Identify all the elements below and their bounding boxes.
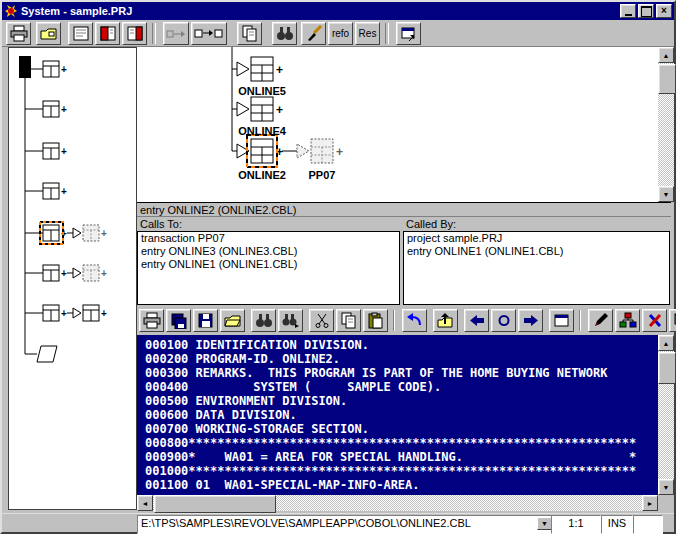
diagram-node-online2-icon [251,139,273,163]
open-project-button[interactable] [36,22,61,45]
minimize-button[interactable] [620,4,636,18]
svg-text:+: + [101,228,107,239]
toolbar-separator [393,310,395,331]
list-item[interactable]: entry ONLINE1 (ONLINE1.CBL) [404,245,669,258]
scroll-right-button[interactable]: ► [642,495,658,511]
list-item[interactable]: project sample.PRJ [404,232,669,245]
toolbar-separator [152,23,156,44]
project-tree-panel[interactable]: + + + + + + + + + + [8,47,137,510]
undo-arrow-icon [406,312,424,329]
close-button[interactable]: × [656,4,672,18]
svg-text:+: + [61,186,67,197]
brush-button[interactable] [301,22,326,45]
editor-hscrollbar[interactable]: ◄ ► [137,495,658,511]
properties-button[interactable] [549,309,574,332]
folder-icon [40,25,58,42]
scroll-up-button[interactable]: ▲ [658,47,674,63]
tree-node-external-icon [83,225,99,241]
save-all-button[interactable] [166,309,191,332]
split-view-left-button[interactable] [95,22,120,45]
cursor-position-indicator: 1:1 [551,515,601,534]
diagram-node-label[interactable]: ONLINE5 [224,85,300,97]
svg-text:+: + [101,268,107,279]
list-item[interactable]: transaction PP07 [138,232,399,245]
insert-mode-indicator: INS [601,515,633,534]
scroll-thumb[interactable] [154,495,276,513]
boxes-arrows-icon [194,25,224,42]
list-item[interactable]: entry ONLINE3 (ONLINE3.CBL) [138,245,399,258]
scroll-thumb[interactable] [658,64,676,94]
code-line: 000900* WA01 = AREA FOR SPECIAL HANDLING… [145,450,659,464]
brush-icon [305,25,323,42]
paste-button[interactable] [363,309,388,332]
close-icon: × [661,6,667,16]
document-red-right-icon [126,25,144,42]
tree-node-icon [43,61,59,77]
combo-dropdown-button[interactable]: ▼ [537,517,552,530]
pen-icon [592,312,610,329]
right-arrow-icon [522,312,540,329]
scroll-down-button[interactable]: ▼ [658,479,674,495]
undo-button[interactable] [402,309,427,332]
binoculars-next-icon [282,312,300,329]
editor-open-button[interactable] [220,309,245,332]
scroll-down-button[interactable]: ▼ [658,186,674,202]
editor-copy-button[interactable] [336,309,361,332]
monitor-button[interactable] [669,309,676,332]
scroll-thumb[interactable] [658,352,676,384]
maximize-button[interactable] [638,4,654,18]
diagram-node-label[interactable]: PP07 [284,169,360,181]
back-button[interactable] [464,309,489,332]
window-icon [553,312,571,329]
copy-button[interactable] [237,22,262,45]
close-view-button[interactable] [642,309,667,332]
chevron-down-icon: ▼ [541,520,548,527]
diagram-vscrollbar[interactable]: ▲ ▼ [658,47,674,202]
forward-button[interactable] [518,309,543,332]
resources-button[interactable]: Res [355,22,380,45]
code-line: 000200 PROGRAM-ID. ONLINE2. [145,352,659,366]
go-up-button[interactable] [433,309,458,332]
cut-button[interactable] [309,309,334,332]
scissors-icon [314,312,330,329]
x-icon [647,312,663,329]
export-button[interactable] [396,22,421,45]
editor-print-button[interactable] [139,309,164,332]
find-next-button[interactable] [278,309,303,332]
file-path-combobox[interactable]: E:\TPS\SAMPLES\REVOLVE\SAMPLEAPP\COBOL\O… [137,515,554,534]
annotate-button[interactable] [588,309,613,332]
split-view-right-button[interactable] [122,22,147,45]
text-view-button[interactable] [68,22,93,45]
scroll-up-button[interactable]: ▲ [658,335,674,351]
code-line: 001100 01 WA01-SPECIAL-MAP-INFO-AREA. [145,478,659,492]
find-button[interactable] [272,22,297,45]
editor-find-button[interactable] [251,309,276,332]
current-location-button[interactable] [491,309,516,332]
maximize-icon [641,6,652,17]
binoculars-icon [276,25,294,42]
hierarchy-button[interactable] [615,309,640,332]
list-item[interactable]: entry ONLINE1 (ONLINE1.CBL) [138,258,399,271]
monitor-icon [673,312,676,329]
diagram-node-label[interactable]: ONLINE4 [224,125,300,137]
code-editor[interactable]: 000100 IDENTIFICATION DIVISION. 000200 P… [137,335,659,495]
floppy-icon [197,312,215,329]
svg-text:+: + [101,308,107,319]
code-line: 000100 IDENTIFICATION DIVISION. [145,338,659,352]
window-arrow-icon [400,25,418,42]
root-node-icon [19,56,31,78]
reformat-button[interactable]: refo [328,22,353,45]
save-button[interactable] [193,309,218,332]
scroll-left-button[interactable]: ◄ [137,495,153,511]
copy-icon [340,312,358,329]
editor-vscrollbar[interactable]: ▲ ▼ [658,335,674,495]
print-button[interactable] [6,22,31,45]
svg-text:+: + [61,146,67,157]
dataflow-button[interactable] [191,22,227,45]
link-button[interactable] [163,22,189,45]
diagram-node-online4-icon [251,97,273,121]
titlebar[interactable]: System - sample.PRJ × [2,2,674,20]
tree-leaf-node-icon [37,346,57,362]
window-title: System - sample.PRJ [21,5,620,17]
call-diagram-panel[interactable]: + + + + ONLINE5 ONLINE4 ONLINE2 PP07 [137,47,658,202]
